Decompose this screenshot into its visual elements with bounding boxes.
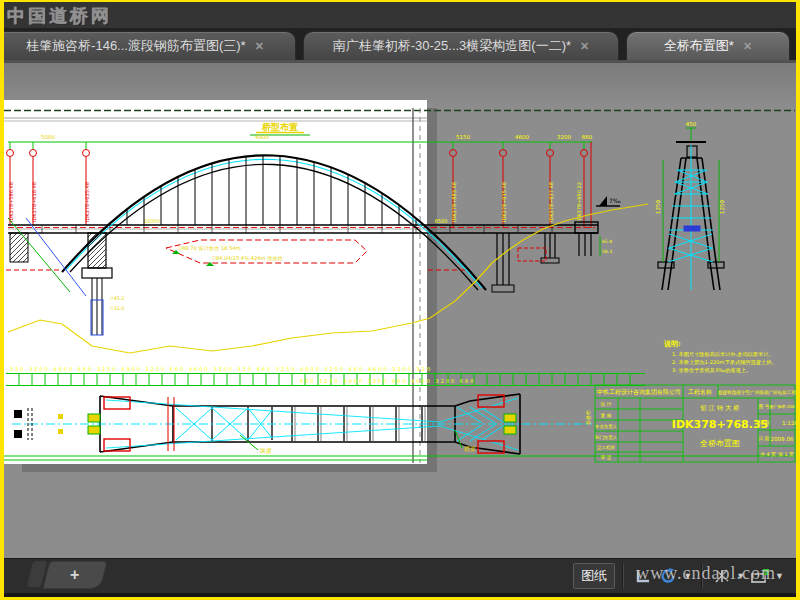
tab-label: 桂肇施咨桥-146...渡段钢筋布置图(三)* (26, 37, 246, 55)
svg-text:总工程师: 总工程师 (596, 445, 615, 450)
close-icon[interactable]: ✕ (743, 40, 752, 53)
svg-text:中铁工程设计咨询集团有限公司: 中铁工程设计咨询集团有限公司 (597, 388, 681, 396)
tab-label: 南广桂肇初桥-30-25...3横梁构造图(一二)* (333, 37, 571, 55)
svg-text:说明:: 说明: (663, 340, 681, 348)
svg-text:IDK378+635.48: IDK378+635.48 (84, 182, 90, 222)
chevron-down-icon[interactable]: ▼ (736, 571, 745, 581)
drawing-canvas[interactable]: 桥型布置 5000 4900 5150 4600 3200 660 IDK378… (0, 63, 800, 558)
site-watermark: 中国道桥网 (7, 4, 112, 28)
view-title: 桥型布置 (261, 122, 298, 132)
svg-text:IDK378+768.35: IDK378+768.35 (672, 418, 768, 431)
svg-text:IDK378+950.22: IDK378+950.22 (576, 182, 582, 222)
tab-label: 全桥布置图* (664, 37, 734, 55)
svg-text:58.3: 58.3 (602, 249, 612, 254)
svg-text:16000: 16000 (144, 218, 160, 224)
watermark-frame (0, 0, 4, 600)
application-window: 中国道桥网 桂肇施咨桥-146...渡段钢筋布置图(三)* ✕ 南广桂肇初桥-3… (0, 0, 800, 600)
annotation-scale-icon[interactable] (713, 567, 731, 585)
svg-text:设 计: 设 计 (599, 401, 611, 407)
svg-text:7‰: 7‰ (609, 197, 621, 204)
svg-text:5000: 5000 (41, 134, 55, 140)
tabbar-bottom-strip (0, 60, 800, 63)
svg-text:65.8: 65.8 (602, 239, 612, 244)
svg-text:全桥布置图: 全桥布置图 (700, 439, 740, 448)
paper-space-button[interactable]: 图纸 (573, 563, 615, 589)
svg-text:IDK378+586.48: IDK378+586.48 (8, 182, 14, 222)
svg-text:审 定: 审 定 (600, 454, 611, 461)
window-header: 中国道桥网 (0, 2, 800, 28)
svg-text:5150: 5150 (456, 134, 470, 140)
dimension-chain: 320 3200 4600 660 3250 4900 3250 660 460… (6, 366, 645, 386)
grade-mark: 7‰ (596, 196, 621, 206)
tab-drawing-3-active[interactable]: 全桥布置图* ✕ (626, 31, 790, 60)
separator (701, 564, 703, 588)
separator (622, 564, 624, 588)
svg-text:2. 本桥上部为1-220m下承式钢管混凝土拱。: 2. 本桥上部为1-220m下承式钢管混凝土拱。 (672, 359, 777, 366)
plus-icon: + (70, 566, 79, 584)
svg-text:图 号: 图 号 (759, 404, 770, 410)
svg-text:1250: 1250 (655, 200, 661, 214)
svg-text:纵梁: 纵梁 (260, 447, 272, 454)
svg-text:320 3200 4600 660 3250 4900 32: 320 3200 4600 660 3250 4900 3250 660 460… (10, 366, 432, 372)
new-layout-tab-button[interactable]: + (43, 561, 108, 589)
tab-drawing-1[interactable]: 桂肇施咨桥-146...渡段钢筋布置图(三)* ✕ (0, 31, 296, 60)
svg-text:3. 全桥位于直线及3‰的坡道上。: 3. 全桥位于直线及3‰的坡道上。 (672, 367, 751, 374)
svg-text:IDK378+915.48: IDK378+915.48 (501, 182, 507, 222)
svg-text:工程名称: 工程名称 (688, 388, 712, 396)
svg-text:660 3250 4900 3250 660 4600 32: 660 3250 4900 3250 660 4600 3200 660 (300, 378, 475, 384)
svg-text:▽45.2: ▽45.2 (110, 296, 124, 301)
svg-text:IDK378+937.48: IDK378+937.48 (548, 182, 554, 222)
chevron-down-icon[interactable]: ▼ (683, 571, 692, 581)
svg-text:3200: 3200 (557, 134, 571, 140)
close-icon[interactable]: ✕ (255, 40, 264, 53)
status-bar: + 图纸 ▼ ▼ ▼ (0, 558, 800, 593)
chevron-down-icon[interactable]: ▼ (775, 571, 784, 581)
notes-block: 说明: 1. 本图尺寸除标高以米计外,余均以厘米计。 2. 本桥上部为1-220… (663, 340, 777, 374)
svg-text:4600: 4600 (515, 134, 529, 140)
svg-text:660: 660 (582, 134, 593, 140)
ucs-angle-icon[interactable] (634, 567, 652, 585)
svg-text:IDK378+618.48: IDK378+618.48 (31, 182, 37, 222)
svg-text:1. 本图尺寸除标高以米计外,余均以厘米计。: 1. 本图尺寸除标高以米计外,余均以厘米计。 (672, 351, 774, 358)
svg-text:▽32.6: ▽32.6 (110, 306, 124, 311)
svg-text:专业负责人: 专业负责人 (595, 424, 618, 429)
svg-text:横梁: 横梁 (464, 445, 476, 452)
svg-text:IDK378+883.48: IDK378+883.48 (451, 182, 457, 222)
svg-text:第 1 页: 第 1 页 (778, 452, 794, 457)
orbit-rotate-icon[interactable] (658, 566, 678, 586)
svg-text:4900: 4900 (255, 134, 269, 140)
watermark-frame (796, 0, 800, 600)
svg-text:南广施桥-208: 南广施桥-208 (769, 404, 795, 409)
statusbar-tools: 图纸 ▼ ▼ ▼ (573, 559, 786, 593)
watermark-frame (0, 0, 800, 2)
svg-text:1250: 1250 (719, 200, 725, 214)
svg-text:复 核: 复 核 (600, 413, 611, 419)
svg-text:新建铁路南宁至广州线南广段站前工程: 新建铁路南宁至广州线南广段站前工程 (718, 389, 797, 396)
svg-text:2009.06: 2009.06 (770, 436, 794, 442)
svg-text:450: 450 (686, 121, 697, 127)
svg-text:会签栏: 会签栏 (585, 410, 592, 425)
drawing-tab-bar: 桂肇施咨桥-146...渡段钢筋布置图(三)* ✕ 南广桂肇初桥-30-25..… (0, 28, 800, 60)
close-icon[interactable]: ✕ (580, 40, 589, 53)
annotation-visibility-icon[interactable] (750, 567, 770, 585)
svg-text:郁 江 特 大 桥: 郁 江 特 大 桥 (701, 404, 740, 412)
arch-cross-section: 450 1250 1250 (655, 121, 725, 290)
svg-text:6500: 6500 (435, 218, 448, 224)
svg-text:共 4 页: 共 4 页 (760, 452, 776, 457)
svg-text:▽84.04/25 4% 424m 洪水位: ▽84.04/25 4% 424m 洪水位 (212, 255, 283, 262)
svg-text:日 期: 日 期 (759, 436, 770, 442)
svg-text:▽88.70 设计水位 18.54m: ▽88.70 设计水位 18.54m (178, 245, 241, 251)
tab-drawing-2[interactable]: 南广桂肇初桥-30-25...3横梁构造图(一二)* ✕ (303, 31, 619, 60)
svg-text:部门负责人: 部门负责人 (595, 435, 618, 440)
title-block: 中铁工程设计咨询集团有限公司 工程名称 新建铁路南宁至广州线南广段站前工程 设 … (585, 385, 800, 462)
